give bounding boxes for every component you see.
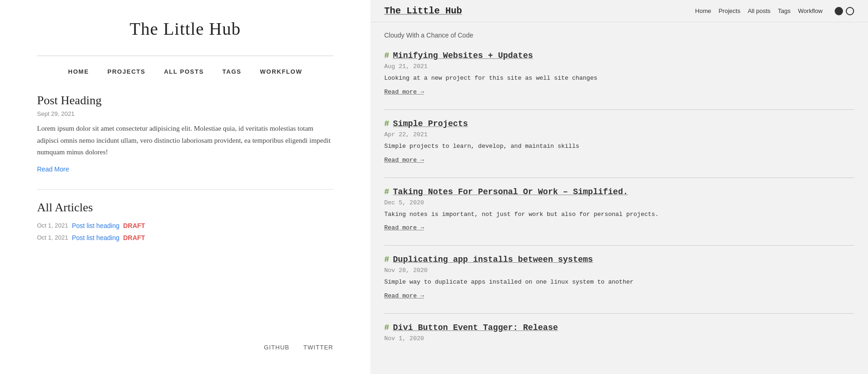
twitter-link[interactable]: TWITTER <box>303 344 333 351</box>
post-card: # Taking Notes For Personal Or Work – Si… <box>384 187 854 232</box>
post-card-desc: Simple projects to learn, develop, and m… <box>384 142 854 152</box>
post-card-title[interactable]: Minifying Websites + Updates <box>393 51 533 60</box>
hash-symbol: # <box>384 187 389 197</box>
hash-symbol: # <box>384 323 389 332</box>
left-nav: HOME PROJECTS ALL POSTS TAGS WORKFLOW <box>37 63 333 84</box>
all-articles-heading: All Articles <box>37 201 333 215</box>
list-item: Oct 1, 2021 Post list heading DRAFT <box>37 222 333 229</box>
post-heading: Post Heading <box>37 94 333 108</box>
right-panel: The Little Hub Home Projects All posts T… <box>370 0 868 374</box>
article-date-2: Oct 1, 2021 <box>37 234 68 241</box>
post-card: # Simple Projects Apr 22, 2021 Simple pr… <box>384 119 854 164</box>
left-site-title: The Little Hub <box>37 19 333 39</box>
post-card-readmore[interactable]: Read more → <box>384 157 424 164</box>
post-card-readmore[interactable]: Read more → <box>384 89 424 95</box>
right-nav-home[interactable]: Home <box>695 7 712 14</box>
post-card-desc: Looking at a new project for this site a… <box>384 74 854 83</box>
post-card-divider <box>384 177 854 178</box>
article-date-1: Oct 1, 2021 <box>37 222 68 229</box>
light-theme-dot[interactable] <box>846 7 854 15</box>
post-card-title-row: # Minifying Websites + Updates <box>384 51 854 60</box>
hash-symbol: # <box>384 119 389 128</box>
post-card-date: Aug 21, 2021 <box>384 63 854 70</box>
post-card-desc: Taking notes is important, not just for … <box>384 210 854 220</box>
post-card-date: Nov 1, 2020 <box>384 335 854 342</box>
post-body: Lorem ipsum dolor sit amet consectetur a… <box>37 123 333 158</box>
section-divider <box>37 189 333 190</box>
left-nav-home[interactable]: HOME <box>68 68 89 75</box>
post-card-title[interactable]: Divi Button Event Tagger: Release <box>393 323 558 332</box>
article-link-2[interactable]: Post list heading <box>72 234 119 241</box>
post-card-readmore[interactable]: Read more → <box>384 224 424 231</box>
post-read-more[interactable]: Read More <box>37 165 69 173</box>
hash-symbol: # <box>384 255 389 264</box>
post-card-title[interactable]: Taking Notes For Personal Or Work – Simp… <box>393 187 628 197</box>
left-panel: The Little Hub HOME PROJECTS ALL POSTS T… <box>0 0 370 374</box>
article-draft-2: DRAFT <box>123 234 145 241</box>
post-card-date: Apr 22, 2021 <box>384 131 854 138</box>
post-card-title[interactable]: Simple Projects <box>393 119 468 128</box>
right-header: The Little Hub Home Projects All posts T… <box>370 0 868 22</box>
post-card-desc: Simple way to duplicate apps installed o… <box>384 278 854 287</box>
dark-theme-dot[interactable] <box>835 7 843 15</box>
post-card-title-row: # Taking Notes For Personal Or Work – Si… <box>384 187 854 197</box>
right-site-title: The Little Hub <box>384 6 462 16</box>
right-nav-workflow[interactable]: Workflow <box>798 7 823 14</box>
list-item: Oct 1, 2021 Post list heading DRAFT <box>37 234 333 241</box>
left-header: The Little Hub <box>37 0 333 48</box>
right-nav: Home Projects All posts Tags Workflow <box>481 7 854 15</box>
theme-toggle[interactable] <box>835 7 854 15</box>
post-card: # Minifying Websites + Updates Aug 21, 2… <box>384 51 854 95</box>
featured-post: Post Heading Sept 29, 2021 Lorem ipsum d… <box>37 84 333 178</box>
post-card-date: Dec 5, 2020 <box>384 199 854 206</box>
post-card-title-row: # Simple Projects <box>384 119 854 128</box>
post-card-date: Nov 28, 2020 <box>384 267 854 274</box>
left-footer: GITHUB TWITTER <box>37 335 333 355</box>
nav-divider <box>37 56 333 56</box>
right-nav-tags[interactable]: Tags <box>778 7 790 14</box>
post-card: # Duplicating app installs between syste… <box>384 255 854 299</box>
post-card-divider <box>384 313 854 314</box>
post-card-title[interactable]: Duplicating app installs between systems <box>393 255 593 264</box>
post-card-divider <box>384 245 854 246</box>
left-nav-projects[interactable]: PROJECTS <box>107 68 145 75</box>
left-nav-workflow[interactable]: WORKFLOW <box>260 68 302 75</box>
right-tagline: Cloudy With a Chance of Code <box>384 32 854 39</box>
right-nav-projects[interactable]: Projects <box>718 7 740 14</box>
post-cards-container: # Minifying Websites + Updates Aug 21, 2… <box>384 51 854 342</box>
post-card-readmore[interactable]: Read more → <box>384 292 424 299</box>
left-nav-all-posts[interactable]: ALL POSTS <box>164 68 204 75</box>
left-nav-tags[interactable]: TAGS <box>222 68 241 75</box>
article-link-1[interactable]: Post list heading <box>72 222 119 229</box>
post-card: # Divi Button Event Tagger: Release Nov … <box>384 323 854 342</box>
right-content: Cloudy With a Chance of Code # Minifying… <box>370 22 868 374</box>
all-articles-section: All Articles Oct 1, 2021 Post list headi… <box>37 201 333 246</box>
post-card-title-row: # Divi Button Event Tagger: Release <box>384 323 854 332</box>
right-nav-all-posts[interactable]: All posts <box>748 7 770 14</box>
github-link[interactable]: GITHUB <box>264 344 289 351</box>
post-date: Sept 29, 2021 <box>37 110 333 117</box>
post-card-divider <box>384 109 854 110</box>
article-draft-1: DRAFT <box>123 222 145 229</box>
hash-symbol: # <box>384 51 389 60</box>
post-card-title-row: # Duplicating app installs between syste… <box>384 255 854 264</box>
